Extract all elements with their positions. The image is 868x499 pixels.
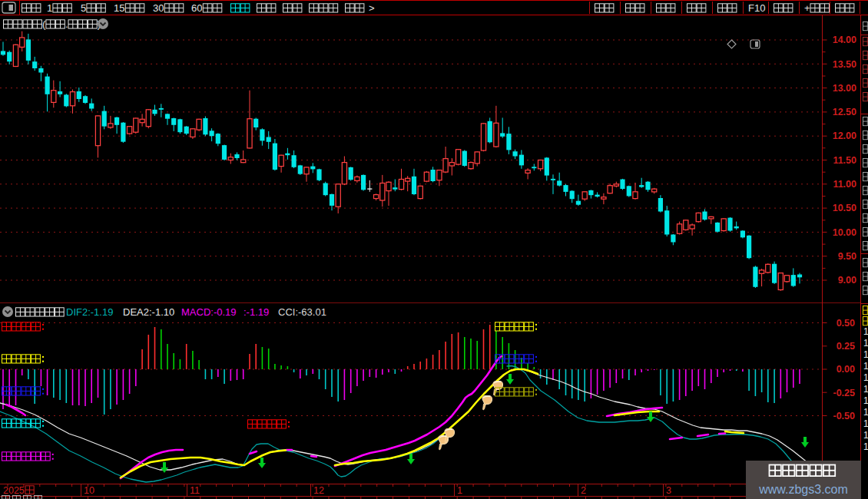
svg-text:1: 1: [863, 384, 868, 395]
svg-text:1: 1: [863, 349, 868, 360]
svg-text:CCI:-63.01: CCI:-63.01: [278, 306, 326, 318]
svg-text:www.zbgs3.com: www.zbgs3.com: [758, 483, 848, 496]
svg-text:1: 1: [863, 372, 868, 383]
svg-text:11.50: 11.50: [833, 155, 856, 166]
svg-text::-1.19: :-1.19: [244, 306, 269, 318]
svg-text:2025: 2025: [3, 485, 25, 496]
svg-text:-0.50: -0.50: [833, 411, 856, 421]
svg-text:14.00: 14.00: [833, 35, 856, 45]
svg-text:1: 1: [863, 430, 868, 441]
svg-text:10.50: 10.50: [833, 203, 856, 213]
svg-text:1: 1: [863, 441, 868, 452]
svg-text:11.00: 11.00: [833, 179, 856, 190]
svg-text:1: 1: [863, 395, 868, 406]
svg-text:1: 1: [863, 338, 868, 349]
svg-text:15: 15: [114, 2, 124, 14]
svg-text:DIF2:-1.19: DIF2:-1.19: [66, 306, 113, 318]
svg-text:12: 12: [313, 485, 324, 496]
svg-text:12.00: 12.00: [833, 131, 856, 141]
svg-text:1: 1: [863, 361, 868, 372]
svg-text:1: 1: [863, 326, 868, 337]
svg-text:MACD:-0.19: MACD:-0.19: [181, 306, 237, 318]
svg-text:11: 11: [190, 485, 200, 496]
svg-text:(: (: [42, 18, 46, 30]
svg-text:13.00: 13.00: [833, 83, 856, 94]
svg-text:1: 1: [863, 418, 868, 429]
svg-text:10: 10: [84, 485, 94, 496]
svg-text:.: .: [65, 18, 68, 30]
svg-text:9.50: 9.50: [838, 251, 856, 262]
svg-text:1: 1: [863, 407, 868, 418]
svg-text:3: 3: [666, 485, 671, 496]
svg-text:10.00: 10.00: [833, 227, 856, 238]
svg-text:+: +: [804, 2, 810, 14]
svg-text:5: 5: [81, 2, 86, 14]
svg-text:0.50: 0.50: [837, 318, 855, 329]
svg-text:0.25: 0.25: [837, 341, 855, 352]
svg-text:1: 1: [457, 485, 462, 496]
svg-text:-0.25: -0.25: [833, 388, 856, 398]
svg-text:>: >: [369, 2, 375, 14]
svg-text:0.00: 0.00: [837, 364, 855, 375]
svg-text:13.50: 13.50: [833, 59, 856, 70]
svg-text:12.50: 12.50: [833, 107, 856, 117]
svg-text:9.00: 9.00: [838, 275, 856, 286]
svg-text:1: 1: [47, 2, 52, 14]
svg-text:30: 30: [153, 2, 164, 14]
svg-text:DEA2:-1.10: DEA2:-1.10: [123, 306, 174, 318]
svg-text:F10: F10: [748, 2, 765, 14]
svg-text:60: 60: [191, 2, 202, 14]
